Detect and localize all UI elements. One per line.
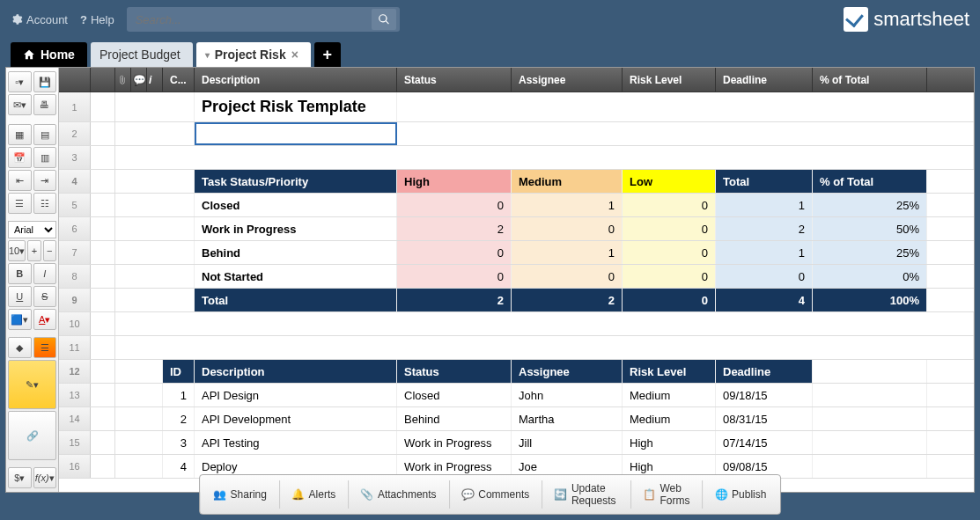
font-increase[interactable]: + — [27, 240, 41, 261]
col-description[interactable]: Description — [195, 68, 397, 92]
sharing-button[interactable]: 👥Sharing — [205, 479, 276, 510]
col-risk[interactable]: Risk Level — [623, 68, 716, 92]
comments-button[interactable]: 💬Comments — [453, 479, 538, 510]
calendar-button[interactable]: 📅 — [8, 147, 32, 168]
col-deadline[interactable]: Deadline — [716, 68, 813, 92]
row-gutter[interactable] — [91, 92, 115, 121]
tab-project-budget[interactable]: Project Budget — [91, 42, 193, 67]
currency-button[interactable]: $▾ — [8, 467, 32, 488]
underline-button[interactable]: U — [8, 286, 32, 307]
task-assignee[interactable]: John — [512, 384, 623, 406]
indent2-button[interactable]: ⇥ — [33, 170, 57, 191]
sheet-title[interactable]: Project Risk Template — [195, 92, 397, 121]
update-requests-button[interactable]: 🔄Update Requests — [546, 479, 627, 510]
web-forms-button[interactable]: 📋Web Forms — [634, 479, 698, 510]
row-number[interactable]: 2 — [59, 122, 91, 145]
italic-button[interactable]: I — [33, 263, 57, 284]
brand-text: smartsheet — [873, 8, 969, 31]
collapse-button[interactable]: ☷ — [33, 193, 57, 214]
col-pct[interactable]: % of Total — [813, 68, 927, 92]
row-num-header[interactable] — [59, 68, 91, 92]
tab-project-risk[interactable]: ▾ Project Risk × — [196, 42, 311, 67]
conditional-format-button[interactable]: ◆ — [8, 337, 32, 358]
search-input[interactable] — [136, 13, 372, 26]
task-id[interactable]: 1 — [163, 384, 195, 406]
card-view-button[interactable]: ▥ — [33, 147, 57, 168]
font-size[interactable]: 10▾ — [8, 240, 26, 261]
task-header-deadline[interactable]: Deadline — [716, 360, 813, 383]
brand-logo: smartsheet — [844, 7, 969, 32]
summary-header-medium[interactable]: Medium — [512, 170, 623, 193]
home-tab[interactable]: Home — [11, 42, 87, 67]
row-number[interactable]: 1 — [59, 92, 91, 121]
font-select[interactable]: Arial — [8, 221, 56, 238]
attachments-button[interactable]: 📎Attachments — [352, 479, 446, 510]
task-deadline[interactable]: 09/18/15 — [716, 384, 813, 406]
font-decrease[interactable]: − — [43, 240, 56, 261]
save-button[interactable]: 💾 — [33, 71, 57, 92]
alerts-button[interactable]: 🔔Alerts — [284, 479, 345, 510]
fill-color-button[interactable]: 🟦▾ — [8, 309, 32, 330]
tab-label: Project Risk — [215, 48, 286, 62]
account-menu[interactable]: Account — [11, 13, 68, 26]
outdent-button[interactable]: ⇤ — [8, 170, 32, 191]
paperclip-icon — [117, 75, 128, 85]
search-button[interactable] — [372, 9, 396, 30]
attach-header[interactable] — [115, 68, 131, 92]
summary-cell[interactable]: 1 — [512, 194, 623, 216]
indent-header[interactable]: i — [147, 68, 163, 92]
summary-cell[interactable]: 25% — [813, 194, 927, 216]
print-button[interactable]: 🖶 — [33, 94, 57, 115]
summary-header-pct[interactable]: % of Total — [813, 170, 927, 193]
col-status[interactable]: Status — [397, 68, 512, 92]
task-header-status[interactable]: Status — [397, 360, 512, 383]
new-sheet-button[interactable]: ▫▾ — [8, 71, 32, 92]
comment-header[interactable]: 💬 — [131, 68, 147, 92]
summary-total-label[interactable]: Total — [195, 289, 397, 311]
formula-button[interactable]: f(x)▾ — [33, 467, 57, 488]
summary-label[interactable]: Work in Progress — [195, 217, 397, 240]
publish-button[interactable]: 🌐Publish — [706, 479, 775, 510]
strike-button[interactable]: S — [33, 286, 57, 307]
summary-cell[interactable]: 0 — [623, 194, 716, 216]
gutter-header[interactable] — [91, 68, 115, 92]
summary-label[interactable]: Not Started — [195, 265, 397, 288]
text-color-button[interactable]: A▾ — [33, 309, 57, 330]
gear-icon — [11, 13, 23, 26]
search-box — [127, 7, 400, 32]
grid-view-button[interactable]: ▦ — [8, 124, 32, 145]
expand-button[interactable]: ☰ — [8, 193, 32, 214]
format-button[interactable]: ☰ — [33, 337, 57, 358]
summary-header-low[interactable]: Low — [623, 170, 716, 193]
summary-cell[interactable]: 0 — [397, 194, 512, 216]
link-button[interactable]: 🔗 — [8, 411, 56, 460]
email-button[interactable]: ✉▾ — [8, 94, 32, 115]
summary-header-task[interactable]: Task Status/Priority — [195, 170, 397, 193]
grid-body[interactable]: 1 Project Risk Template 2 3 4 Task Statu… — [59, 92, 974, 492]
task-header-desc[interactable]: Description — [195, 360, 397, 383]
col-assignee[interactable]: Assignee — [512, 68, 623, 92]
tab-close-button[interactable]: × — [291, 48, 298, 62]
task-header-risk[interactable]: Risk Level — [623, 360, 716, 383]
highlight-button[interactable]: ✎▾ — [8, 360, 56, 409]
selected-cell[interactable] — [195, 122, 397, 145]
bold-button[interactable]: B — [8, 263, 32, 284]
task-desc[interactable]: API Design — [195, 384, 397, 406]
summary-label[interactable]: Behind — [195, 241, 397, 264]
task-header-id[interactable]: ID — [163, 360, 195, 383]
home-label: Home — [41, 48, 75, 62]
summary-cell[interactable]: 1 — [716, 194, 813, 216]
summary-header-total[interactable]: Total — [716, 170, 813, 193]
task-status[interactable]: Closed — [397, 384, 512, 406]
home-icon — [23, 48, 35, 61]
task-risk[interactable]: Medium — [623, 384, 716, 406]
summary-label[interactable]: Closed — [195, 194, 397, 216]
task-header-assignee[interactable]: Assignee — [512, 360, 623, 383]
indent-button[interactable]: ▤ — [33, 124, 57, 145]
pin-icon: ▾ — [205, 50, 210, 60]
left-toolbar: ▫▾💾 ✉▾🖶 ▦▤ 📅▥ ⇤⇥ ☰☷ Arial 10▾+− BI US 🟦▾… — [6, 68, 59, 492]
summary-header-high[interactable]: High — [397, 170, 512, 193]
help-menu[interactable]: ? Help — [80, 13, 114, 26]
col-c-header[interactable]: C... — [163, 68, 195, 92]
add-tab-button[interactable]: + — [314, 42, 341, 67]
